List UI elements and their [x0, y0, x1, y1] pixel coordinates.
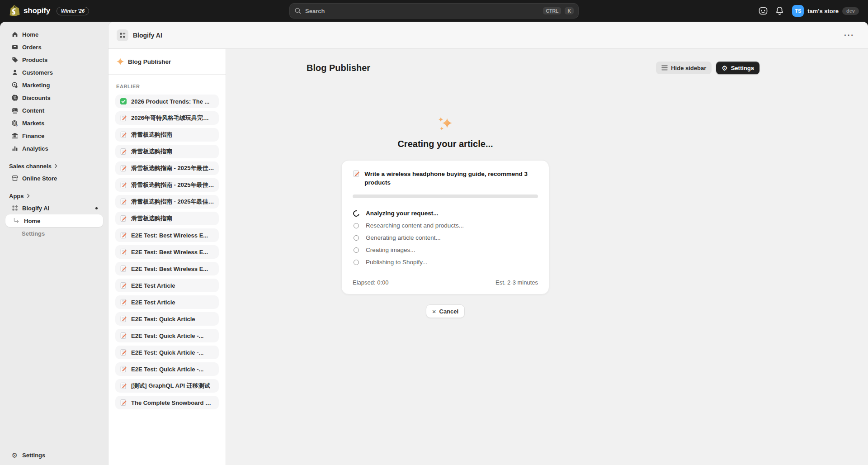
article-status-icon	[120, 315, 127, 323]
article-list-item[interactable]: E2E Test: Quick Article -...	[115, 329, 219, 342]
image-icon	[11, 107, 19, 114]
shopify-wordmark: shopify	[24, 6, 50, 15]
article-list-item[interactable]: E2E Test: Best Wireless E...	[115, 262, 219, 275]
store-switcher[interactable]: TS tam's store dev	[792, 5, 859, 17]
sidebar-item-app-settings[interactable]: Settings	[5, 227, 103, 240]
chevron-right-icon	[54, 164, 58, 168]
article-status-icon	[120, 365, 127, 373]
article-list-item[interactable]: [测试] GraphQL API 迁移测试	[115, 379, 219, 393]
bank-icon	[11, 132, 19, 139]
article-list: EARLIER 2026 Product Trends: The ... 202…	[108, 75, 226, 465]
globe-dollar-icon: $	[11, 119, 19, 127]
article-title: The Complete Snowboard Bu...	[131, 399, 214, 406]
article-status-icon	[120, 232, 127, 239]
step-status-icon	[353, 210, 360, 217]
edition-badge[interactable]: Winter '26	[57, 7, 89, 15]
hide-sidebar-button[interactable]: Hide sidebar	[656, 62, 712, 74]
article-list-item[interactable]: E2E Test: Quick Article	[115, 312, 219, 326]
step-label: Generating article content...	[366, 234, 441, 241]
sidekick-icon[interactable]	[758, 6, 768, 16]
article-list-item[interactable]: E2E Test: Best Wireless E...	[115, 228, 219, 242]
sidebar-item-marketing[interactable]: Marketing	[5, 79, 103, 91]
app-notification-dot	[95, 207, 98, 209]
sidebar-item-settings[interactable]: ⚙ Settings	[5, 449, 103, 461]
article-title: E2E Test Article	[131, 299, 175, 306]
article-list-item[interactable]: 滑雪板选购指南	[115, 128, 219, 142]
store-avatar: TS	[792, 5, 804, 17]
hamburger-icon	[661, 65, 668, 71]
step-row: Researching content and products...	[353, 219, 538, 232]
step-status-icon	[353, 260, 360, 265]
bar-chart-icon	[11, 145, 19, 152]
article-list-item[interactable]: 滑雪板选购指南	[115, 145, 219, 158]
article-status-icon	[120, 349, 127, 356]
article-status-icon	[120, 98, 127, 105]
global-search[interactable]: CTRL K	[289, 3, 579, 19]
shopify-bag-icon	[9, 5, 20, 17]
sidebar-item-orders[interactable]: Orders	[5, 41, 103, 53]
tag-icon	[11, 56, 19, 63]
step-label: Researching content and products...	[366, 222, 464, 229]
sidebar-item-products[interactable]: Products	[5, 53, 103, 66]
article-title: E2E Test: Quick Article	[131, 316, 195, 323]
article-title: E2E Test: Best Wireless E...	[131, 232, 208, 239]
close-icon: ×	[432, 308, 436, 315]
sidebar-item-blogify-ai[interactable]: Blogify AI	[5, 202, 103, 214]
step-label: Analyzing your request...	[366, 210, 439, 217]
sidebar-item-home[interactable]: Home	[5, 28, 103, 41]
storefront-icon	[11, 175, 19, 182]
progress-card: Write a wireless headphone buying guide,…	[341, 160, 549, 294]
article-list-item[interactable]: 滑雪板选购指南 - 2025年最佳单...	[115, 178, 219, 192]
article-status-icon	[120, 165, 127, 172]
article-status-icon	[120, 114, 127, 122]
article-status-icon	[120, 332, 127, 339]
section-label: EARLIER	[116, 84, 219, 89]
sidebar-item-markets[interactable]: $ Markets	[5, 117, 103, 129]
orders-icon	[11, 43, 19, 51]
topbar: shopify Winter '26 CTRL K	[0, 0, 868, 22]
article-title: [测试] GraphQL API 迁移测试	[131, 382, 210, 390]
article-list-item[interactable]: 2026 Product Trends: The ...	[115, 95, 219, 108]
nested-arrow-icon	[13, 218, 20, 223]
settings-button[interactable]: ⚙ Settings	[716, 62, 760, 74]
sidebar-item-discounts[interactable]: Discounts	[5, 91, 103, 104]
app-header: Blogify AI ···	[108, 22, 868, 49]
article-status-icon	[120, 215, 127, 222]
sales-channels-header[interactable]: Sales channels	[5, 160, 103, 172]
sidebar-item-customers[interactable]: Customers	[5, 66, 103, 79]
article-title: E2E Test: Quick Article -...	[131, 366, 203, 373]
shopify-logo[interactable]: shopify Winter '26	[9, 5, 89, 17]
prompt-text: Write a wireless headphone buying guide,…	[364, 170, 538, 187]
overflow-menu-icon[interactable]: ···	[841, 29, 857, 41]
step-list: Analyzing your request... Researching co…	[353, 207, 538, 268]
sidebar-item-online-store[interactable]: Online Store	[5, 172, 103, 185]
article-title: E2E Test: Best Wireless E...	[131, 249, 208, 256]
article-list-item[interactable]: E2E Test: Quick Article -...	[115, 346, 219, 359]
notifications-bell-icon[interactable]	[775, 6, 784, 15]
article-list-item[interactable]: 滑雪板选购指南 - 2025年最佳单...	[115, 161, 219, 175]
article-list-item[interactable]: E2E Test Article	[115, 279, 219, 292]
sidebar-item-content[interactable]: Content	[5, 104, 103, 117]
sidebar-item-app-home[interactable]: Home	[5, 214, 103, 227]
article-list-item[interactable]: 2026年哥特风格毛绒玩具完全指...	[115, 111, 219, 125]
article-list-item[interactable]: 滑雪板选购指南 - 2025年最佳单...	[115, 195, 219, 209]
article-list-item[interactable]: E2E Test Article	[115, 295, 219, 309]
sidebar-item-finance[interactable]: Finance	[5, 129, 103, 142]
article-list-item[interactable]: The Complete Snowboard Bu...	[115, 396, 219, 409]
memo-icon	[353, 170, 360, 178]
cancel-button[interactable]: × Cancel	[426, 304, 465, 318]
search-input[interactable]	[305, 8, 539, 14]
article-list-item[interactable]: E2E Test: Quick Article -...	[115, 362, 219, 376]
blog-publisher-header[interactable]: Blog Publisher	[108, 49, 226, 75]
page-title: Blog Publisher	[307, 63, 370, 73]
article-title: 滑雪板选购指南 - 2025年最佳单...	[131, 181, 214, 189]
article-list-item[interactable]: 滑雪板选购指南	[115, 212, 219, 225]
step-status-icon	[353, 223, 360, 228]
article-items: 2026 Product Trends: The ... 2026年哥特风格毛绒…	[115, 95, 219, 409]
apps-header[interactable]: Apps	[5, 190, 103, 202]
sidebar-item-analytics[interactable]: Analytics	[5, 142, 103, 155]
article-list-item[interactable]: E2E Test: Best Wireless E...	[115, 245, 219, 259]
kbd-ctrl: CTRL	[543, 7, 561, 15]
home-icon	[11, 31, 19, 38]
article-status-icon	[120, 265, 127, 272]
